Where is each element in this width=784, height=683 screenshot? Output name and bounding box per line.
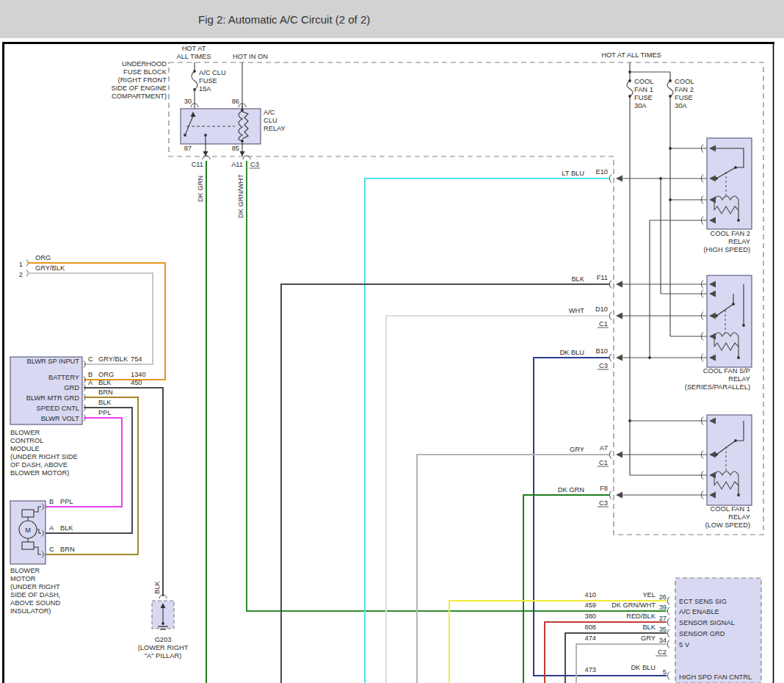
svg-text:SENSOR GRD: SENSOR GRD xyxy=(679,630,725,637)
svg-text:UNDERHOOD: UNDERHOOD xyxy=(122,60,167,68)
svg-text:C1: C1 xyxy=(599,459,608,466)
svg-text:SPEED CNTL: SPEED CNTL xyxy=(37,405,79,412)
pcm-conn-c2: C2 xyxy=(658,648,667,656)
pin-86: 86 xyxy=(232,98,239,105)
svg-text:35: 35 xyxy=(659,626,667,633)
svg-text:DK BLU: DK BLU xyxy=(631,664,656,671)
svg-text:(LOW SPEED): (LOW SPEED) xyxy=(705,521,750,529)
svg-text:PPL: PPL xyxy=(98,409,112,416)
svg-text:C: C xyxy=(88,355,93,363)
svg-text:(SERIES/PARALLEL): (SERIES/PARALLEL) xyxy=(685,383,750,391)
svg-text:DK GRN/WHT: DK GRN/WHT xyxy=(611,601,656,609)
ac-relay-label: A/C xyxy=(264,109,275,116)
svg-text:A: A xyxy=(49,524,54,532)
svg-text:GRY/BLK: GRY/BLK xyxy=(98,355,128,363)
cool-fan-2-relay: COOL FAN 2 RELAY (HIGH SPEED) xyxy=(703,138,752,253)
svg-text:RELAY: RELAY xyxy=(728,238,750,245)
svg-text:A7: A7 xyxy=(600,444,608,452)
hot-at-all-times-right: HOT AT ALL TIMES xyxy=(601,51,661,59)
svg-text:FAN 1: FAN 1 xyxy=(634,86,653,93)
svg-text:BLK: BLK xyxy=(98,379,112,386)
svg-text:30A: 30A xyxy=(675,102,687,109)
svg-text:YEL: YEL xyxy=(642,591,656,599)
svg-text:(HIGH SPEED): (HIGH SPEED) xyxy=(703,246,750,253)
svg-text:OF DASH, ABOVE: OF DASH, ABOVE xyxy=(10,461,68,469)
motor-m: M xyxy=(25,527,31,534)
svg-text:GRD: GRD xyxy=(64,384,79,391)
power-labels: HOT AT ALL TIMES HOT IN ON HOT AT ALL TI… xyxy=(176,45,661,60)
svg-text:34: 34 xyxy=(659,637,667,644)
svg-text:MOTOR: MOTOR xyxy=(10,575,36,582)
svg-text:LT BLU: LT BLU xyxy=(562,170,584,177)
svg-text:DK BLU: DK BLU xyxy=(559,349,584,356)
wire-label-dk-grn: DK GRN xyxy=(197,176,204,202)
svg-text:BRN: BRN xyxy=(98,389,113,396)
wire-blk-450 xyxy=(84,388,163,596)
svg-text:410: 410 xyxy=(584,591,596,599)
svg-text:450: 450 xyxy=(131,379,142,386)
svg-text:(LOWER RIGHT: (LOWER RIGHT xyxy=(138,644,189,651)
svg-text:BLK: BLK xyxy=(98,399,112,406)
svg-text:GRY: GRY xyxy=(570,446,584,453)
blower-motor: M B PPL A BLK C BRN BLOWER MOTOR (UNDER … xyxy=(10,498,75,615)
conn-c3: C3 xyxy=(250,161,259,168)
svg-text:F8: F8 xyxy=(600,485,608,492)
hot-in-on: HOT IN ON xyxy=(233,53,268,60)
ac-clu-fuse-label: A/C CLU FUSE 15A xyxy=(199,69,226,93)
underhood-fuse-block-label: UNDERHOOD FUSE BLOCK (RIGHT FRONT SIDE O… xyxy=(112,60,167,100)
svg-text:BLK: BLK xyxy=(642,624,656,631)
fuse-block-pin-connectors xyxy=(609,175,623,499)
svg-text:BLOWER: BLOWER xyxy=(10,567,40,574)
svg-text:B: B xyxy=(49,498,54,505)
fan2-relay-label: COOL FAN 2 xyxy=(711,230,750,237)
feed-wire-1-label: ORG xyxy=(35,254,51,261)
svg-text:BLWR VOLT: BLWR VOLT xyxy=(41,415,80,422)
svg-text:474: 474 xyxy=(584,635,596,642)
pcm-connector: 410 YEL 26 ECT SENS SIG 459 DK GRN/WHT 3… xyxy=(584,578,761,683)
sp-relay-label: COOL FAN S/P xyxy=(703,367,750,375)
svg-text:WHT: WHT xyxy=(569,307,584,314)
svg-text:BRN: BRN xyxy=(60,546,75,553)
diagram-canvas: Fig 2: Automatic A/C Circuit (2 of 2) UN… xyxy=(0,0,784,683)
ground-wire-label: BLK xyxy=(153,580,161,593)
svg-text:26: 26 xyxy=(659,593,667,601)
svg-text:FUSE: FUSE xyxy=(675,94,693,101)
svg-text:RELAY: RELAY xyxy=(264,125,286,132)
right-pin-labels: LT BLU E10 BLK F11 WHT D10 C1 DK BLU B10… xyxy=(558,168,608,507)
conn-c11: C11 xyxy=(192,161,203,168)
svg-text:RED/BLK: RED/BLK xyxy=(626,612,656,620)
svg-text:5 V: 5 V xyxy=(679,641,690,648)
svg-text:RELAY: RELAY xyxy=(728,513,750,521)
cool-fan-fuse-2-label: COOL FAN 2 FUSE 30A xyxy=(675,78,694,109)
wire-dk-grn-f8 xyxy=(523,495,609,683)
wire-wht xyxy=(386,316,609,683)
ac-clu-relay: 30 86 A/C CLU RELAY 87 85 C11 xyxy=(181,98,286,168)
svg-text:ECT SENS SIG: ECT SENS SIG xyxy=(679,598,727,605)
svg-text:B: B xyxy=(88,371,92,378)
wire-dk-grn-wht xyxy=(247,161,667,611)
svg-text:PPL: PPL xyxy=(60,498,73,505)
svg-text:BLWR SP INPUT: BLWR SP INPUT xyxy=(27,358,80,365)
bcm-caption: BLOWER CONTROL MODULE (UNDER RIGHT SIDE … xyxy=(10,429,78,477)
feed-wire-2-label: GRY/BLK xyxy=(35,264,65,272)
svg-text:SIDE OF DASH,: SIDE OF DASH, xyxy=(10,591,60,599)
svg-text:B10: B10 xyxy=(595,347,608,355)
wire-gry-blk xyxy=(28,273,153,364)
svg-text:(UNDER RIGHT: (UNDER RIGHT xyxy=(10,583,60,590)
svg-text:GRY: GRY xyxy=(641,635,656,642)
svg-text:SENSOR SIGNAL: SENSOR SIGNAL xyxy=(679,619,735,626)
ground-name: G203 xyxy=(155,636,172,643)
svg-text:459: 459 xyxy=(584,601,596,609)
svg-text:(UNDER RIGHT SIDE: (UNDER RIGHT SIDE xyxy=(10,453,78,460)
svg-text:BLK: BLK xyxy=(571,275,584,283)
svg-text:FUSE BLOCK: FUSE BLOCK xyxy=(123,68,167,76)
svg-text:754: 754 xyxy=(131,355,142,363)
svg-text:27: 27 xyxy=(659,615,667,622)
cool-fan-1-relay: COOL FAN 1 RELAY (LOW SPEED) xyxy=(705,415,752,529)
svg-text:COOL: COOL xyxy=(675,78,694,85)
svg-text:A/C CLU: A/C CLU xyxy=(199,69,226,76)
wire-label-dk-grn-wht: DK GRN/WHT xyxy=(237,174,244,218)
svg-text:F11: F11 xyxy=(597,274,608,281)
wiring-diagram-screen: Fig 2: Automatic A/C Circuit (2 of 2) UN… xyxy=(0,0,784,683)
wire-blk-f11 xyxy=(281,284,609,683)
